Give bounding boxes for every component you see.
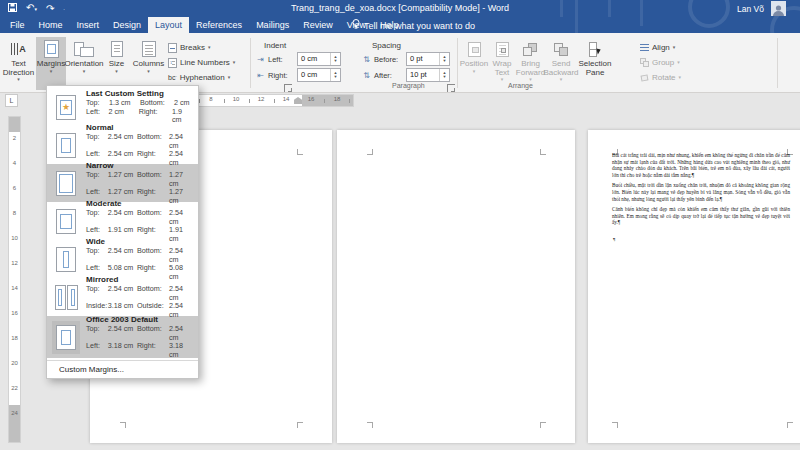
breaks-button[interactable]: Breaks ▾ xyxy=(168,41,210,54)
page-setup-dialog-launcher[interactable] xyxy=(284,84,292,92)
document-page-3[interactable]: Bãi cát trắng trải dài, mịn như nhung, k… xyxy=(588,130,800,443)
menu-item-moderate[interactable]: Moderate Top:2.54 cmBottom:2.54 cm Left:… xyxy=(47,202,198,240)
selection-pane-icon xyxy=(588,38,603,60)
margins-button[interactable]: Margins ▾ xyxy=(36,37,66,90)
word-window: ↶▾ ↷ · Trang_trang_de_xoa.docx [Compatib… xyxy=(0,0,800,450)
tab-references[interactable]: References xyxy=(189,17,249,33)
margin-preset-icon xyxy=(53,209,79,234)
right-indent-marker[interactable] xyxy=(294,97,302,104)
title-bar: ↶▾ ↷ · Trang_trang_de_xoa.docx [Compatib… xyxy=(0,0,800,33)
send-backward-icon xyxy=(554,38,569,60)
tell-me-box[interactable]: Tell me what you want to do xyxy=(352,19,475,32)
group-button[interactable]: Group ▾ xyxy=(640,56,680,69)
vertical-ruler[interactable]: 2 4 6 8 10 12 14 16 18 20 22 24 xyxy=(8,116,21,443)
account-user-name[interactable]: Lan Võ xyxy=(737,4,764,14)
selection-pane-button[interactable]: Selection Pane xyxy=(578,37,612,90)
indent-left-input[interactable]: 0 cm ▲▼ xyxy=(297,52,341,66)
paragraph: Bãi cát trắng trải dài, mịn như nhung, k… xyxy=(612,152,790,178)
menu-item-last-custom-setting[interactable]: ★ Last Custom Setting Top:1.3 cmBottom:2… xyxy=(47,88,198,126)
ruler-mark: 24 xyxy=(9,410,20,416)
custom-margins-item[interactable]: Custom Margins... xyxy=(47,360,198,376)
tab-layout[interactable]: Layout xyxy=(148,17,189,33)
menu-item-mirrored[interactable]: Mirrored Top:2.54 cmBottom:2.54 cm Insid… xyxy=(47,278,198,316)
indent-right-icon: ⇤ xyxy=(256,71,265,80)
spinner-arrows[interactable]: ▲▼ xyxy=(330,53,340,65)
tab-file[interactable]: File xyxy=(3,17,32,33)
ribbon-tabs: File Home Insert Design Layout Reference… xyxy=(3,17,406,33)
menu-item-office-2003-default[interactable]: Office 2003 Default Top:2.54 cmBottom:2.… xyxy=(47,316,198,358)
hyphenation-button[interactable]: bc- Hyphenation ▾ xyxy=(168,71,230,84)
spacing-before-label: Before: xyxy=(374,55,403,64)
rotate-label: Rotate xyxy=(652,73,676,82)
line-numbers-icon: 1 xyxy=(168,58,177,68)
send-backward-button[interactable]: Send Backward ▾ xyxy=(546,37,576,90)
ruler-mark: 18 xyxy=(9,335,20,341)
ruler-margin-zone xyxy=(9,117,20,132)
spacing-after-row: ⇅ After: 10 pt ▲▼ xyxy=(362,68,450,82)
align-button[interactable]: Align ▾ xyxy=(640,41,675,54)
indent-right-input[interactable]: 0 cm ▲▼ xyxy=(297,68,341,82)
ruler-mark: 2 xyxy=(9,135,20,141)
tab-design[interactable]: Design xyxy=(106,17,148,33)
pilcrow-mark: ¶ xyxy=(613,237,615,242)
tab-mailings[interactable]: Mailings xyxy=(249,17,296,33)
selection-pane-label: Selection Pane xyxy=(578,60,612,77)
orientation-button[interactable]: Orientation ▾ xyxy=(67,37,101,90)
spinner-arrows[interactable]: ▲▼ xyxy=(439,53,449,65)
columns-icon xyxy=(142,38,156,60)
spinner-arrows[interactable]: ▲▼ xyxy=(439,69,449,81)
ruler-mark: 20 xyxy=(9,360,20,366)
rotate-button[interactable]: Rotate ▾ xyxy=(640,71,681,84)
text-direction-icon: A xyxy=(11,38,26,60)
tab-insert[interactable]: Insert xyxy=(70,17,107,33)
ruler-mark: 18 xyxy=(334,96,341,102)
document-title: Trang_trang_de_xoa.docx [Compatibility M… xyxy=(0,3,800,13)
menu-item-wide[interactable]: Wide Top:2.54 cmBottom:2.54 cm Left:5.08… xyxy=(47,240,198,278)
columns-button[interactable]: Columns ▾ xyxy=(132,37,165,90)
spacing-after-label: After: xyxy=(374,71,403,80)
wrap-text-icon xyxy=(496,38,509,60)
document-page-2[interactable] xyxy=(337,130,575,443)
margin-preset-icon xyxy=(53,133,79,158)
tab-review[interactable]: Review xyxy=(296,17,340,33)
hyphenation-label: Hyphenation xyxy=(180,73,225,82)
tab-home[interactable]: Home xyxy=(32,17,70,33)
spacing-after-input[interactable]: 10 pt ▲▼ xyxy=(406,68,450,82)
spacing-before-input[interactable]: 0 pt ▲▼ xyxy=(406,52,450,66)
spinner-arrows[interactable]: ▲▼ xyxy=(330,69,340,81)
margins-icon xyxy=(44,38,59,60)
spacing-heading: Spacing xyxy=(372,41,401,50)
group-icon xyxy=(640,58,649,67)
ruler-mark: 16 xyxy=(9,310,20,316)
tab-selector[interactable]: L xyxy=(5,94,18,107)
position-button[interactable]: Position ▾ xyxy=(461,37,487,90)
line-numbers-label: Line Numbers xyxy=(180,58,230,67)
ribbon: A Text Direction ▾ Margins ▾ Orientation… xyxy=(0,33,800,93)
ruler-mark: 14 xyxy=(9,285,20,291)
ruler-mark: 4 xyxy=(9,160,20,166)
size-button[interactable]: Size ▾ xyxy=(102,37,131,90)
menu-item-normal[interactable]: Normal Top:2.54 cmBottom:2.54 cm Left:2.… xyxy=(47,126,198,164)
ruler-mark: 16 xyxy=(308,96,315,102)
breaks-label: Breaks xyxy=(180,43,205,52)
text-direction-label: Text Direction xyxy=(2,60,35,77)
paragraph-group-label: Paragraph xyxy=(392,82,425,89)
spacing-before-row: ⇅ Before: 0 pt ▲▼ xyxy=(362,52,450,66)
paragraph-dialog-launcher[interactable] xyxy=(447,84,455,92)
hyphenation-icon: bc- xyxy=(168,73,177,81)
margins-dropdown-menu: ★ Last Custom Setting Top:1.3 cmBottom:2… xyxy=(46,85,199,379)
text-direction-button[interactable]: A Text Direction ▾ xyxy=(2,37,35,90)
ruler-mark: 12 xyxy=(9,260,20,266)
line-numbers-button[interactable]: 1 Line Numbers ▾ xyxy=(168,56,235,69)
ruler-mark: 14 xyxy=(283,96,290,102)
menu-item-narrow[interactable]: Narrow Top:1.27 cmBottom:1.27 cm Left:1.… xyxy=(47,164,198,202)
avatar[interactable] xyxy=(771,1,786,16)
ruler-mark: 10 xyxy=(233,96,240,102)
indent-right-row: ⇤ Right: 0 cm ▲▼ xyxy=(256,68,341,82)
orientation-icon xyxy=(74,38,94,60)
rotate-icon xyxy=(640,73,649,82)
tell-me-label: Tell me what you want to do xyxy=(364,21,475,31)
spacing-before-icon: ⇅ xyxy=(362,55,371,64)
paragraph: Cảnh biển không chỉ đẹp mà còn khiến em … xyxy=(612,206,790,226)
margin-preset-icon xyxy=(53,285,79,310)
